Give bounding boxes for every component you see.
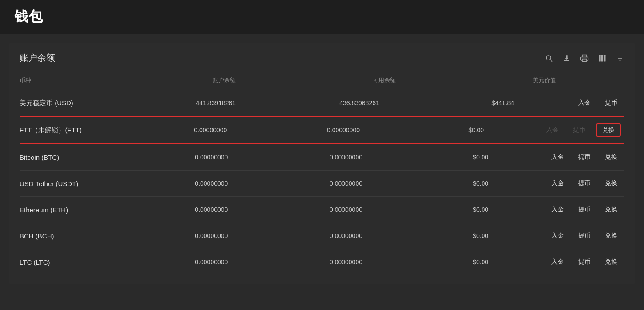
table-row: Bitcoin (BTC)0.000000000.00000000$0.00入金… xyxy=(20,144,624,171)
currency-name-bch: BCH (BCH) xyxy=(20,232,144,240)
actions-btc: 入金提币兑换 xyxy=(548,151,624,163)
exchange-button-btc[interactable]: 兑换 xyxy=(601,151,621,163)
balance-eth: 0.00000000 xyxy=(144,206,279,213)
print-icon[interactable] xyxy=(580,54,589,63)
table-header: 币种 账户余额 可用余额 美元价值 xyxy=(20,73,624,88)
col-header-currency: 币种 xyxy=(20,76,144,84)
withdraw-button-eth[interactable]: 提币 xyxy=(575,204,594,215)
exchange-button-bch[interactable]: 兑换 xyxy=(601,230,621,242)
available-bch: 0.00000000 xyxy=(279,232,414,239)
usd-value-btc: $0.00 xyxy=(413,154,548,161)
col-header-usd: 美元价值 xyxy=(464,76,624,84)
withdraw-button-btc[interactable]: 提币 xyxy=(575,151,594,163)
available-usd: 436.83968261 xyxy=(288,99,431,107)
main-content: 账户余额 xyxy=(9,43,635,284)
section-header: 账户余额 xyxy=(20,52,624,64)
usd-value-ftt: $0.00 xyxy=(410,127,543,134)
exchange-button-usdt[interactable]: 兑换 xyxy=(601,178,621,189)
actions-usdt: 入金提币兑换 xyxy=(548,178,624,189)
currency-name-eth: Ethereum (ETH) xyxy=(20,206,144,214)
currency-name-usdt: USD Tether (USDT) xyxy=(20,180,144,187)
deposit-button-ltc[interactable]: 入金 xyxy=(548,256,568,268)
currency-name-ltc: LTC (LTC) xyxy=(20,258,144,266)
balance-btc: 0.00000000 xyxy=(144,154,279,161)
available-btc: 0.00000000 xyxy=(279,154,414,161)
deposit-button-usd[interactable]: 入金 xyxy=(575,97,594,109)
currency-name-ftt: FTT（未解锁）(FTT) xyxy=(20,126,144,135)
deposit-button-bch[interactable]: 入金 xyxy=(548,230,568,242)
balance-ftt: 0.00000000 xyxy=(144,127,277,134)
table-row: BCH (BCH)0.000000000.00000000$0.00入金提币兑换 xyxy=(20,223,624,249)
deposit-button-ftt: 入金 xyxy=(543,124,562,136)
col-header-balance: 账户余额 xyxy=(144,76,304,84)
toolbar xyxy=(544,54,624,63)
available-eth: 0.00000000 xyxy=(279,206,414,213)
available-ltc: 0.00000000 xyxy=(279,258,414,266)
withdraw-button-ftt: 提币 xyxy=(569,124,589,136)
withdraw-button-usdt[interactable]: 提币 xyxy=(575,178,594,189)
search-icon[interactable] xyxy=(544,54,553,63)
exchange-button-ftt[interactable]: 兑换 xyxy=(596,123,621,137)
deposit-button-btc[interactable]: 入金 xyxy=(548,151,568,163)
table-row: FTT（未解锁）(FTT)0.000000000.00000000$0.00入金… xyxy=(20,116,624,144)
svg-rect-0 xyxy=(599,55,601,61)
balance-usd: 441.83918261 xyxy=(144,99,288,107)
available-ftt: 0.00000000 xyxy=(277,127,410,134)
withdraw-button-usd[interactable]: 提币 xyxy=(601,97,621,109)
actions-ltc: 入金提币兑换 xyxy=(548,256,624,268)
usd-value-bch: $0.00 xyxy=(413,232,548,239)
balance-usdt: 0.00000000 xyxy=(144,180,279,187)
page-title: 钱包 xyxy=(14,7,630,27)
exchange-button-ltc[interactable]: 兑换 xyxy=(601,256,621,268)
download-icon[interactable] xyxy=(562,54,571,63)
table-row: 美元稳定币 (USD)441.83918261436.83968261$441.… xyxy=(20,90,624,116)
table-row: Ethereum (ETH)0.000000000.00000000$0.00入… xyxy=(20,197,624,223)
deposit-button-eth[interactable]: 入金 xyxy=(548,204,568,215)
withdraw-button-ltc[interactable]: 提币 xyxy=(575,256,594,268)
usd-value-eth: $0.00 xyxy=(413,206,548,213)
svg-rect-2 xyxy=(604,55,605,61)
svg-rect-1 xyxy=(601,55,603,61)
balance-bch: 0.00000000 xyxy=(144,232,279,239)
table-row: USD Tether (USDT)0.000000000.00000000$0.… xyxy=(20,171,624,197)
usd-value-usdt: $0.00 xyxy=(413,180,548,187)
withdraw-button-bch[interactable]: 提币 xyxy=(575,230,594,242)
columns-icon[interactable] xyxy=(598,54,607,63)
available-usdt: 0.00000000 xyxy=(279,180,414,187)
exchange-button-eth[interactable]: 兑换 xyxy=(601,204,621,215)
table-rows: 美元稳定币 (USD)441.83918261436.83968261$441.… xyxy=(20,90,624,275)
deposit-button-usdt[interactable]: 入金 xyxy=(548,178,568,189)
usd-value-usd: $441.84 xyxy=(431,99,575,107)
balance-ltc: 0.00000000 xyxy=(144,258,279,266)
actions-usd: 入金提币 xyxy=(575,97,624,109)
actions-bch: 入金提币兑换 xyxy=(548,230,624,242)
actions-eth: 入金提币兑换 xyxy=(548,204,624,215)
section-title: 账户余额 xyxy=(20,52,55,64)
currency-name-usd: 美元稳定币 (USD) xyxy=(20,99,144,107)
page-header: 钱包 xyxy=(0,0,644,34)
currency-name-btc: Bitcoin (BTC) xyxy=(20,154,144,161)
actions-ftt: 入金提币兑换 xyxy=(543,123,624,137)
table-container: 币种 账户余额 可用余额 美元价值 美元稳定币 (USD)441.8391826… xyxy=(20,73,624,275)
usd-value-ltc: $0.00 xyxy=(413,258,548,266)
table-row: LTC (LTC)0.000000000.00000000$0.00入金提币兑换 xyxy=(20,249,624,275)
col-header-available: 可用余额 xyxy=(304,76,464,84)
filter-icon[interactable] xyxy=(616,54,624,63)
